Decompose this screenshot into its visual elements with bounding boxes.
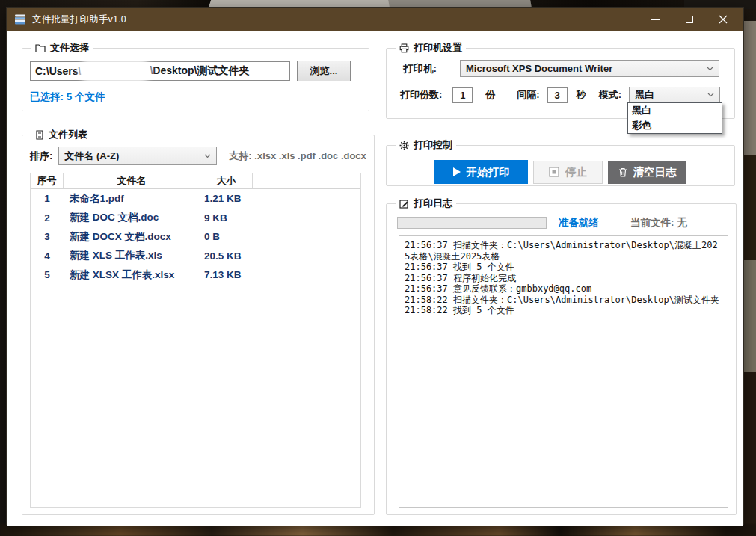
file-name: 新建 XLS 工作表.xls	[64, 249, 200, 262]
file-table: 序号 文件名 大小 1 未命名1.pdf 1.21 KB	[30, 173, 361, 508]
interval-label: 间隔:	[517, 88, 539, 102]
file-index: 2	[31, 212, 64, 224]
sort-dropdown[interactable]: 文件名 (A-Z)	[58, 147, 217, 165]
maximize-button[interactable]	[672, 8, 706, 31]
file-select-legend: 文件选择	[31, 41, 93, 55]
desktop-shape	[743, 372, 756, 536]
print-log-legend: 打印日志	[396, 197, 456, 210]
log-line: 21:56:37 程序初始化完成	[405, 273, 722, 284]
column-header-size[interactable]: 大小	[200, 173, 253, 188]
desktop-shape	[743, 260, 756, 372]
titlebar[interactable]: 文件批量打印助手v1.0	[7, 8, 743, 31]
printer-settings-group: 打印机设置 打印机: Microsoft XPS Document Writer…	[386, 41, 735, 119]
file-name: 新建 XLSX 工作表.xlsx	[64, 268, 200, 282]
app-window: 文件批量打印助手v1.0 文件选择 C:\Users\\Desktop\测试文件…	[6, 7, 744, 525]
file-size: 1.21 KB	[200, 193, 253, 204]
sort-value: 文件名 (A-Z)	[64, 150, 119, 163]
column-header-no[interactable]: 序号	[31, 173, 64, 188]
app-printer-icon	[14, 14, 26, 25]
file-table-body: 1 未命名1.pdf 1.21 KB 2 新建 DOC 文档.doc 9 KB	[31, 189, 360, 285]
log-line: 21:58:22 找到 5 个文件	[405, 305, 722, 316]
file-list-legend: 文件列表	[31, 128, 91, 141]
selected-count-text: 已选择: 5 个文件	[30, 90, 361, 104]
supported-formats-text: 支持: .xlsx .xls .pdf .doc .docx	[229, 150, 366, 163]
table-row[interactable]: 4 新建 XLS 工作表.xls 20.5 KB	[31, 247, 360, 266]
log-line: 21:56:37 找到 5 个文件	[405, 262, 722, 273]
printer-dropdown[interactable]: Microsoft XPS Document Writer	[460, 60, 719, 77]
stop-button[interactable]: 停止	[533, 161, 603, 184]
browse-button[interactable]: 浏览...	[297, 61, 351, 81]
sort-label: 排序:	[30, 150, 52, 163]
mode-dropdown[interactable]: 黑白	[629, 87, 720, 103]
current-file-text: 当前文件: 无	[630, 216, 687, 230]
mode-option[interactable]: 黑白	[628, 103, 722, 118]
file-select-group: 文件选择 C:\Users\\Desktop\测试文件夹 浏览... 已选择: …	[22, 41, 369, 111]
desktop-shape	[388, 0, 532, 7]
file-index: 1	[31, 193, 64, 204]
copies-label: 打印份数:	[400, 88, 442, 102]
folder-icon	[35, 43, 46, 52]
file-size: 0 B	[200, 231, 253, 242]
minimize-button[interactable]	[639, 8, 672, 31]
progress-bar	[397, 217, 547, 229]
mode-dropdown-popup: 黑白 彩色	[627, 102, 722, 134]
window-content: 文件选择 C:\Users\\Desktop\测试文件夹 浏览... 已选择: …	[7, 31, 743, 526]
file-size: 9 KB	[200, 212, 253, 224]
file-index: 5	[31, 269, 64, 280]
file-list-group: 文件列表 排序: 文件名 (A-Z) 支持: .xlsx .xls .pdf .…	[22, 128, 375, 515]
chevron-down-icon	[707, 93, 714, 97]
table-row[interactable]: 5 新建 XLSX 工作表.xlsx 7.13 KB	[31, 265, 360, 285]
status-text: 准备就绪	[559, 216, 599, 230]
table-row[interactable]: 2 新建 DOC 文档.doc 9 KB	[31, 209, 360, 228]
path-suffix: \Desktop\测试文件夹	[150, 64, 249, 78]
log-output[interactable]: 21:56:37 扫描文件夹：C:\Users\Administrator\De…	[399, 235, 728, 508]
file-name: 新建 DOC 文档.doc	[64, 211, 200, 224]
desktop-shape	[0, 524, 756, 536]
printer-value: Microsoft XPS Document Writer	[466, 63, 612, 74]
table-row[interactable]: 3 新建 DOCX 文档.docx 0 B	[31, 227, 360, 247]
document-icon	[35, 130, 44, 140]
table-row[interactable]: 1 未命名1.pdf 1.21 KB	[31, 189, 360, 209]
file-index: 3	[31, 231, 64, 242]
minimize-icon	[651, 19, 660, 20]
print-control-legend: 打印控制	[396, 138, 456, 152]
file-name: 未命名1.pdf	[64, 192, 200, 206]
trash-icon	[618, 167, 627, 177]
interval-unit: 秒	[577, 88, 586, 102]
file-size: 20.5 KB	[200, 250, 253, 262]
start-print-button[interactable]: 开始打印	[434, 160, 528, 184]
file-index: 4	[31, 250, 64, 262]
file-size: 7.13 KB	[200, 269, 253, 280]
chevron-down-icon	[707, 67, 713, 71]
redacted-username	[82, 64, 148, 78]
copies-unit: 份	[485, 88, 495, 102]
print-control-group: 打印控制 开始打印 停止 清空日志	[386, 138, 735, 186]
chevron-down-icon	[204, 154, 211, 158]
close-icon	[719, 15, 728, 24]
file-table-header: 序号 文件名 大小	[31, 173, 360, 189]
mode-value: 黑白	[635, 88, 654, 102]
edit-log-icon	[399, 199, 409, 209]
copies-input[interactable]: 1	[452, 87, 473, 103]
maximize-icon	[686, 16, 693, 23]
log-line: 21:56:37 扫描文件夹：C:\Users\Administrator\De…	[405, 240, 722, 262]
printer-settings-legend: 打印机设置	[396, 41, 466, 55]
folder-path-input[interactable]: C:\Users\\Desktop\测试文件夹	[30, 61, 290, 81]
mode-label: 模式:	[599, 88, 621, 102]
log-line: 21:56:37 意见反馈联系：gmbbxyd@qq.com	[405, 283, 722, 295]
mode-option[interactable]: 彩色	[628, 118, 722, 133]
file-name: 新建 DOCX 文档.docx	[64, 230, 200, 244]
stop-icon	[549, 167, 559, 177]
close-button[interactable]	[706, 8, 740, 31]
gear-icon	[399, 141, 409, 150]
desktop-shape	[743, 21, 756, 155]
print-log-group: 打印日志 准备就绪 当前文件: 无 21:56:37 扫描文件夹：C:\User…	[386, 197, 737, 515]
interval-input[interactable]: 3	[547, 87, 568, 103]
printer-label: 打印机:	[403, 62, 460, 76]
window-title: 文件批量打印助手v1.0	[32, 13, 126, 26]
column-header-name[interactable]: 文件名	[64, 173, 200, 188]
column-header-empty	[253, 173, 360, 188]
log-line: 21:58:22 扫描文件夹：C:\Users\Administrator\De…	[405, 295, 722, 306]
printer-icon	[399, 43, 409, 53]
clear-log-button[interactable]: 清空日志	[608, 161, 686, 184]
